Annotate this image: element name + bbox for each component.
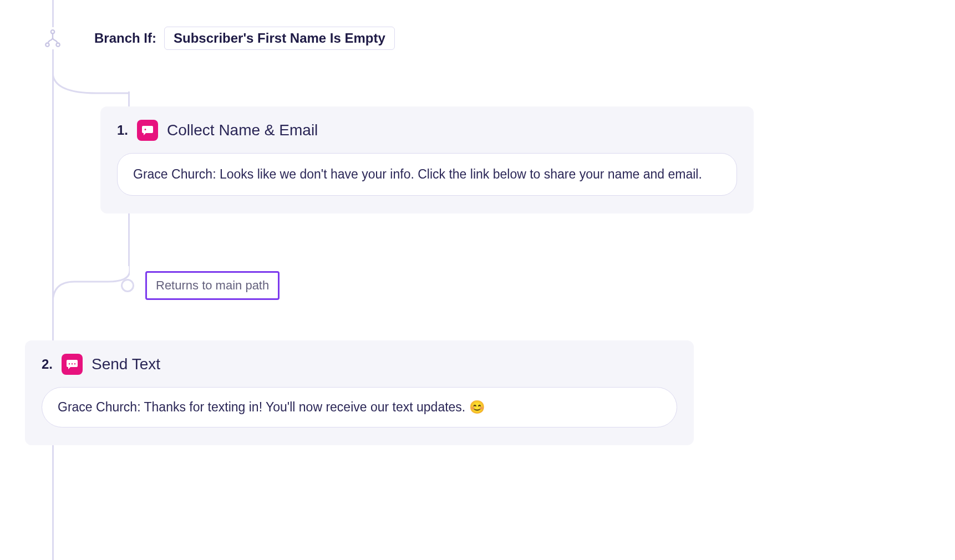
step-2-message[interactable]: Grace Church: Thanks for texting in! You… <box>42 387 677 427</box>
step-card-2[interactable]: 2. Send Text Grace Church: Thanks for te… <box>25 340 694 445</box>
step-1-title: Collect Name & Email <box>167 121 318 139</box>
return-node-circle <box>121 279 134 292</box>
send-text-icon <box>62 354 83 375</box>
branch-connector-bottom <box>52 265 130 304</box>
branch-condition-chip[interactable]: Subscriber's First Name Is Empty <box>164 27 395 50</box>
step-1-header: 1. Collect Name & Email <box>117 120 737 141</box>
return-node: Returns to main path <box>121 271 280 300</box>
step-2-title: Send Text <box>92 355 160 373</box>
collect-info-icon <box>137 120 158 141</box>
branch-icon-wrap <box>42 27 64 49</box>
step-2-number: 2. <box>42 357 53 372</box>
step-card-1[interactable]: 1. Collect Name & Email Grace Church: Lo… <box>100 106 754 213</box>
svg-point-2 <box>56 43 59 47</box>
branch-header: Branch If: Subscriber's First Name Is Em… <box>42 27 395 50</box>
branch-connector-top <box>52 50 130 94</box>
svg-point-1 <box>45 43 49 47</box>
branch-icon <box>43 29 62 48</box>
step-1-number: 1. <box>117 123 128 138</box>
svg-point-0 <box>51 30 54 33</box>
step-2-header: 2. Send Text <box>42 354 677 375</box>
return-to-main-path-chip[interactable]: Returns to main path <box>145 271 280 300</box>
branch-if-label: Branch If: <box>94 30 156 46</box>
step-1-message[interactable]: Grace Church: Looks like we don't have y… <box>117 153 737 196</box>
